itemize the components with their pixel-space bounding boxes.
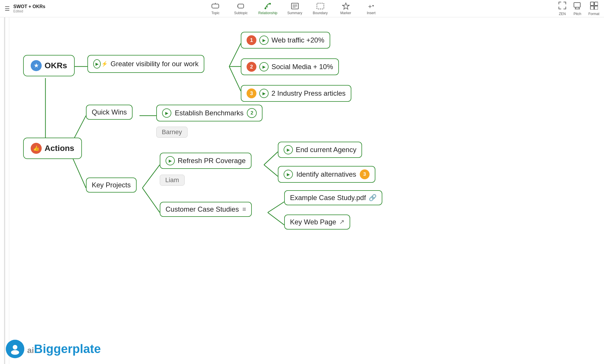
refresh-pr-label: Refresh PR Coverage	[178, 157, 246, 165]
play-icon-3: ▶	[259, 89, 269, 98]
svg-line-32	[264, 152, 278, 165]
svg-line-23	[229, 43, 241, 66]
canvas: ★ OKRs ▶ ⚡ Greater visibility for our wo…	[9, 17, 604, 364]
node-social-media[interactable]: 2 ▶ Social Media + 10%	[241, 58, 339, 75]
left-sidebar	[0, 17, 9, 364]
liam-label: Liam	[165, 176, 179, 184]
node-refresh-pr[interactable]: ▶ Refresh PR Coverage	[160, 153, 251, 169]
toolbar-insert[interactable]: +▾ Insert	[363, 2, 379, 15]
svg-line-25	[229, 66, 241, 91]
actions-label: Actions	[45, 144, 74, 153]
logo-area: aiBiggerplate	[6, 340, 101, 358]
svg-marker-11	[342, 3, 349, 9]
hamburger-menu[interactable]: ☰	[5, 5, 10, 12]
node-okrs[interactable]: ★ OKRs	[23, 55, 75, 76]
barney-label: Barney	[162, 128, 182, 136]
pitch-icon	[573, 1, 581, 11]
node-industry-press[interactable]: 3 ▶ 2 Industry Press articles	[241, 85, 351, 102]
play-icon-2: ▶	[259, 62, 269, 71]
okrs-label: OKRs	[45, 61, 67, 70]
logo-text: aiBiggerplate	[27, 342, 101, 356]
svg-rect-14	[574, 3, 580, 7]
barney-tag: Barney	[156, 127, 188, 138]
play-icon-end-agency: ▶	[284, 145, 293, 154]
node-end-agency[interactable]: ▶ End current Agency	[278, 142, 362, 158]
okrs-star-icon: ★	[31, 60, 42, 71]
svg-text:▾: ▾	[372, 4, 374, 8]
node-identify-alternatives[interactable]: ▶ Identify alternatives 3	[278, 166, 375, 183]
format-icon	[590, 1, 598, 11]
toolbar-format[interactable]: Format	[588, 1, 599, 16]
node-actions[interactable]: 👍 Actions	[23, 138, 82, 159]
establish-benchmarks-label: Establish Benchmarks	[175, 109, 243, 117]
key-web-page-label: Key Web Page	[290, 218, 336, 226]
node-quick-wins[interactable]: Quick Wins	[86, 105, 133, 120]
svg-line-34	[268, 202, 284, 213]
toolbar-summary[interactable]: Summary	[287, 2, 303, 15]
svg-text:+: +	[368, 3, 372, 10]
toolbar-topic[interactable]: Topic	[207, 2, 223, 15]
format-label: Format	[588, 12, 599, 16]
greater-visibility-label: Greater visibility for our work	[111, 60, 199, 68]
svg-point-37	[11, 350, 19, 355]
node-key-projects[interactable]: Key Projects	[86, 178, 137, 193]
play-icon-1: ▶	[259, 36, 269, 45]
logo-icon	[6, 340, 24, 358]
play-icon-identify: ▶	[284, 170, 293, 179]
example-case-study-label: Example Case Study.pdf	[290, 194, 366, 202]
play-icon-refresh: ▶	[166, 156, 175, 165]
key-projects-label: Key Projects	[92, 181, 131, 189]
play-icon-benchmarks: ▶	[162, 108, 171, 118]
app-title: SWOT + OKRs	[13, 4, 45, 9]
toolbar: ☰ SWOT + OKRs Edited Topic Subtopic Rela…	[0, 0, 604, 17]
zen-icon	[558, 1, 566, 11]
node-example-case-study[interactable]: Example Case Study.pdf 🔗	[284, 190, 382, 205]
svg-rect-2	[238, 4, 244, 8]
svg-point-4	[265, 8, 266, 9]
relationship-label: Relationship	[258, 11, 277, 15]
social-media-label: Social Media + 10%	[271, 63, 333, 71]
end-agency-label: End current Agency	[296, 146, 356, 154]
svg-rect-20	[590, 6, 594, 10]
industry-press-label: 2 Industry Press articles	[271, 89, 346, 97]
toolbar-marker[interactable]: Marker	[338, 2, 354, 15]
node-web-traffic[interactable]: 1 ▶ Web traffic +20%	[241, 32, 330, 49]
toolbar-subtopic[interactable]: Subtopic	[233, 2, 249, 15]
identify-count: 3	[360, 169, 370, 179]
sidebar-line	[4, 17, 5, 364]
topic-icon	[211, 2, 219, 10]
marker-icon	[342, 2, 350, 10]
svg-rect-0	[212, 4, 219, 8]
toolbar-left: ☰ SWOT + OKRs Edited	[5, 4, 63, 13]
identify-alternatives-label: Identify alternatives	[296, 170, 356, 178]
badge-2: 2	[247, 62, 256, 72]
svg-line-31	[142, 188, 160, 213]
node-establish-benchmarks[interactable]: ▶ Establish Benchmarks 2	[156, 105, 262, 121]
marker-label: Marker	[340, 11, 351, 15]
node-customer-case-studies[interactable]: Customer Case Studies ≡	[160, 202, 252, 217]
topic-label: Topic	[211, 11, 219, 15]
summary-label: Summary	[287, 11, 302, 15]
toolbar-center: Topic Subtopic Relationship Summary	[63, 2, 524, 15]
web-traffic-label: Web traffic +20%	[271, 36, 324, 44]
play-lightning-icon: ▶ ⚡	[93, 58, 108, 69]
node-greater-visibility[interactable]: ▶ ⚡ Greater visibility for our work	[87, 55, 204, 73]
benchmarks-count: 2	[247, 108, 257, 118]
svg-point-36	[13, 345, 17, 350]
liam-tag: Liam	[160, 175, 185, 186]
svg-rect-19	[594, 2, 598, 5]
external-link-icon: ↗	[339, 218, 344, 226]
svg-line-30	[142, 165, 160, 188]
svg-rect-10	[317, 3, 324, 9]
toolbar-boundary[interactable]: Boundary	[312, 2, 328, 15]
case-studies-menu-icon: ≡	[242, 206, 246, 213]
toolbar-relationship[interactable]: Relationship	[258, 2, 277, 15]
node-key-web-page[interactable]: Key Web Page ↗	[284, 215, 350, 230]
summary-icon	[291, 2, 299, 10]
boundary-icon	[316, 2, 324, 10]
svg-line-35	[268, 213, 284, 225]
toolbar-pitch[interactable]: Pitch	[573, 1, 581, 16]
toolbar-zen[interactable]: ZEN	[558, 1, 566, 16]
attachment-icon: 🔗	[369, 194, 377, 202]
subtopic-label: Subtopic	[234, 11, 248, 15]
